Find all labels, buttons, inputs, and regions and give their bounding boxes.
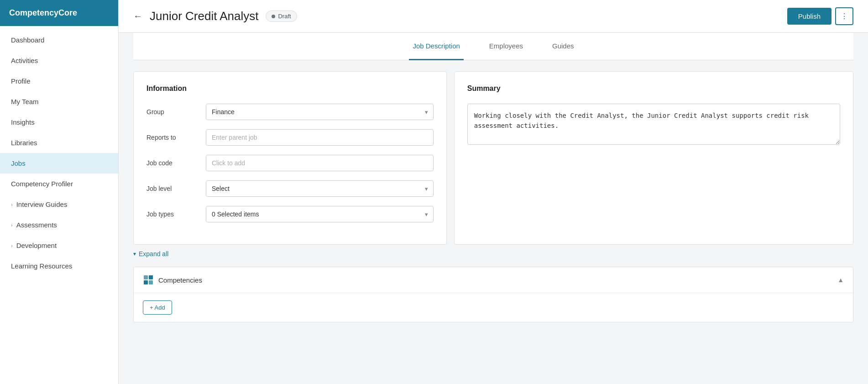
svg-rect-0 [144, 275, 148, 279]
more-options-button[interactable]: ⋮ [835, 7, 853, 25]
competencies-body: + Add [134, 293, 853, 322]
summary-title: Summary [467, 84, 840, 93]
tab-employees[interactable]: Employees [486, 33, 527, 60]
job-types-select-wrapper: 0 Selected items [206, 206, 434, 222]
information-title: Information [146, 84, 434, 93]
content-area: Job Description Employees Guides Informa… [119, 33, 868, 384]
sidebar-item-competency-profiler[interactable]: Competency Profiler [0, 174, 118, 194]
group-select[interactable]: Finance [206, 104, 434, 120]
status-badge: Draft [266, 11, 297, 22]
sidebar-item-jobs[interactable]: Jobs [0, 153, 118, 174]
reports-to-input[interactable] [206, 129, 434, 146]
job-types-label: Job types [146, 210, 206, 218]
reports-to-label: Reports to [146, 134, 206, 141]
brand-logo: CompetencyCore [0, 0, 118, 26]
job-code-input[interactable] [206, 155, 434, 171]
sidebar-item-development[interactable]: › Development [0, 235, 118, 256]
expand-all-label: Expand all [139, 250, 168, 258]
status-dot-icon [272, 15, 275, 18]
group-label: Group [146, 108, 206, 116]
summary-textarea[interactable]: Working closely with the Credit Analyst,… [467, 104, 840, 145]
sidebar: CompetencyCore Dashboard Activities Prof… [0, 0, 119, 384]
job-code-label: Job code [146, 159, 206, 167]
status-label: Draft [278, 13, 291, 20]
header-actions: Publish ⋮ [787, 7, 853, 25]
svg-rect-3 [149, 280, 153, 284]
reports-to-row: Reports to [146, 129, 434, 146]
sidebar-item-libraries[interactable]: Libraries [0, 132, 118, 153]
job-level-label: Job level [146, 185, 206, 192]
job-level-row: Job level Select [146, 180, 434, 197]
competencies-icon [143, 274, 154, 285]
tab-job-description[interactable]: Job Description [409, 33, 463, 60]
summary-panel: Summary Working closely with the Credit … [454, 71, 853, 245]
sidebar-item-interview-guides[interactable]: › Interview Guides [0, 194, 118, 215]
expand-chevron-icon: ▾ [133, 251, 136, 257]
chevron-icon: › [11, 202, 13, 207]
sidebar-item-profile[interactable]: Profile [0, 71, 118, 91]
sidebar-item-assessments[interactable]: › Assessments [0, 215, 118, 235]
tab-guides[interactable]: Guides [549, 33, 578, 60]
add-competency-button[interactable]: + Add [143, 300, 172, 315]
job-level-select-wrapper: Select [206, 180, 434, 197]
sidebar-item-learning-resources[interactable]: Learning Resources [0, 256, 118, 276]
job-types-row: Job types 0 Selected items [146, 206, 434, 222]
main-content: ← Junior Credit Analyst Draft Publish ⋮ … [119, 0, 868, 384]
publish-button[interactable]: Publish [787, 8, 831, 25]
svg-rect-2 [144, 280, 148, 284]
competencies-section: Competencies ▲ + Add [133, 267, 853, 322]
chevron-icon: › [11, 243, 13, 248]
expand-all-button[interactable]: ▾ Expand all [133, 245, 853, 263]
job-level-select[interactable]: Select [206, 180, 434, 197]
tabs-bar: Job Description Employees Guides [133, 33, 853, 60]
sidebar-item-insights[interactable]: Insights [0, 112, 118, 132]
information-panel: Information Group Finance Reports to [133, 71, 447, 245]
sidebar-item-dashboard[interactable]: Dashboard [0, 30, 118, 50]
group-select-wrapper: Finance [206, 104, 434, 120]
svg-rect-1 [149, 275, 153, 279]
group-row: Group Finance [146, 104, 434, 120]
competencies-header: Competencies ▲ [134, 267, 853, 293]
page-title: Junior Credit Analyst [150, 9, 258, 23]
chevron-icon: › [11, 222, 13, 228]
sidebar-item-activities[interactable]: Activities [0, 50, 118, 71]
page-header: ← Junior Credit Analyst Draft Publish ⋮ [119, 0, 868, 33]
back-button[interactable]: ← [133, 11, 142, 21]
section-collapse-icon[interactable]: ▲ [837, 276, 844, 284]
competencies-title: Competencies [158, 276, 837, 284]
sidebar-item-myteam[interactable]: My Team [0, 91, 118, 112]
job-types-select[interactable]: 0 Selected items [206, 206, 434, 222]
two-column-layout: Information Group Finance Reports to [133, 71, 853, 245]
job-code-row: Job code [146, 155, 434, 171]
sidebar-nav: Dashboard Activities Profile My Team Ins… [0, 26, 118, 280]
